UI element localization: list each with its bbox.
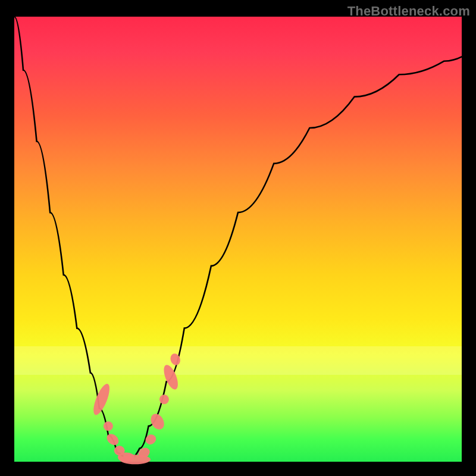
- curve-markers: [90, 352, 182, 464]
- curve-marker: [148, 412, 167, 432]
- curve-marker: [161, 363, 181, 392]
- curve-marker: [90, 382, 113, 417]
- curve-marker: [159, 394, 169, 404]
- chart-svg: [14, 17, 462, 462]
- curve-marker: [104, 421, 113, 431]
- watermark-text: TheBottleneck.com: [347, 4, 470, 19]
- bottleneck-curve: [14, 17, 462, 462]
- curve-marker: [105, 431, 121, 447]
- chart-plot-area: [14, 17, 462, 462]
